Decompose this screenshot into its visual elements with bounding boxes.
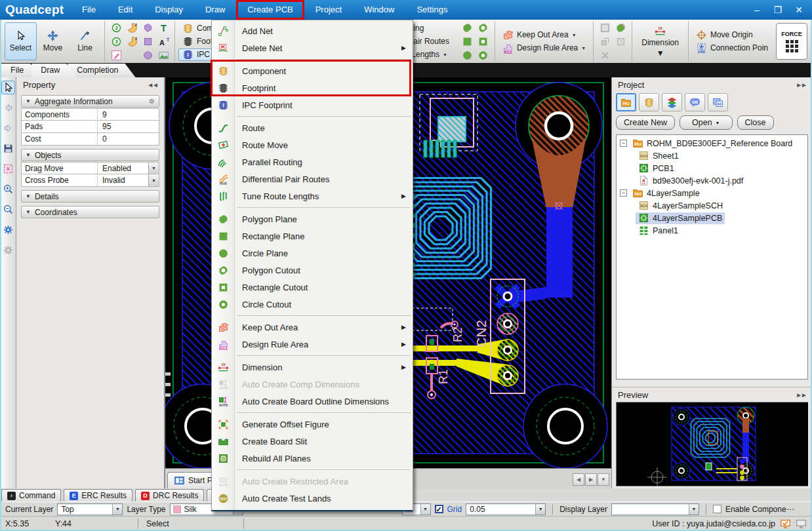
property-value[interactable]: Enabled	[98, 163, 148, 174]
tree-item-4layersamplepcb[interactable]: 4LayerSamplePCB	[617, 212, 807, 224]
text-tool-icon[interactable]: T	[158, 22, 169, 33]
menu-item-route[interactable]: Route	[212, 119, 413, 136]
open-button[interactable]: Open▼	[680, 115, 733, 130]
settings-gear-icon[interactable]	[1, 223, 15, 237]
project-view-button[interactable]: PRJ	[616, 93, 636, 111]
dimension-button[interactable]: 10 Dimension ▼	[636, 26, 685, 58]
enable-component-checkbox[interactable]	[713, 505, 721, 513]
section-gear-icon[interactable]: ⚙	[149, 98, 155, 105]
menu-edit[interactable]: Edit	[107, 0, 144, 20]
arc2-icon[interactable]: 2	[127, 22, 138, 33]
tree-item-sheet1[interactable]: SCHSheet1	[617, 149, 807, 162]
create-new-button[interactable]: Create New	[616, 115, 675, 130]
display-layer-dropdown[interactable]: ▼	[611, 503, 699, 515]
vertex2-icon[interactable]: 2	[111, 22, 122, 33]
menu-item-circle-plane[interactable]: Circle Plane	[212, 245, 413, 262]
tree-item-4layersample[interactable]: −PRJ4LayerSample	[617, 187, 807, 199]
tree-collapse-icon[interactable]: −	[620, 189, 627, 197]
objects-header[interactable]: ▼ Objects	[21, 149, 159, 161]
grid-checkbox[interactable]: ✓	[435, 505, 443, 513]
close-project-button[interactable]: Close	[737, 115, 774, 130]
tree-collapse-icon[interactable]: −	[620, 140, 627, 147]
grid-size-dropdown[interactable]: 0.05 ▼	[466, 503, 546, 515]
menu-item-dimension[interactable]: 10Dimension▶	[212, 359, 413, 376]
minimize-button[interactable]: –	[746, 1, 767, 19]
freehand-icon[interactable]	[111, 50, 122, 61]
caret-down-icon[interactable]: ▼	[148, 163, 159, 174]
menu-item-component[interactable]: Component	[212, 62, 413, 79]
menu-item-circle-cutout[interactable]: Circle Cutout	[212, 296, 413, 313]
menu-display[interactable]: Display	[144, 0, 194, 20]
polygon-plane-icon[interactable]	[462, 22, 473, 33]
tab-list-button[interactable]: ▼	[598, 473, 609, 486]
menu-item-create-board-slit[interactable]: Create Board Slit	[212, 433, 413, 450]
menu-item-ipc-footprint[interactable]: IIPC Footprint	[212, 96, 413, 113]
arc3-icon[interactable]: 3	[127, 36, 138, 47]
expand-panel-icon[interactable]: ►►	[796, 81, 806, 88]
tab-prev-button[interactable]: ◀	[573, 473, 584, 486]
menu-item-differential-pair-routes[interactable]: PAIRDifferential Pair Routes	[212, 170, 413, 187]
library-view-button[interactable]: AA	[708, 93, 728, 111]
tree-item-rohm-bd9e300efj-reference-board[interactable]: −PRJROHM_BD9E300EFJ_Reference Board	[617, 137, 807, 149]
menu-draw[interactable]: Draw	[194, 0, 236, 20]
rectangle-plane-icon[interactable]	[462, 36, 473, 47]
tree-item-bd9e300efj-evk-001-j-pdf[interactable]: Abd9e300efj-evk-001-j.pdf	[617, 174, 807, 187]
current-layer-dropdown[interactable]: Top ▼	[57, 503, 123, 515]
result-tab-erc-results[interactable]: EERC Results	[64, 489, 132, 502]
label-tool-icon[interactable]: AT	[158, 36, 169, 47]
menu-item-footprint[interactable]: Footprint	[212, 79, 413, 96]
select-mode-icon[interactable]	[1, 81, 15, 94]
menu-window[interactable]: Window	[353, 0, 405, 20]
tree-item-4layersamplesch[interactable]: SCH4LayerSampleSCH	[617, 199, 807, 212]
menu-item-rectangle-plane[interactable]: Rectangle Plane	[212, 227, 413, 245]
result-tab-command[interactable]: ›Command	[1, 489, 61, 502]
details-header[interactable]: ▼ Details	[21, 190, 159, 203]
maximize-button[interactable]: ❐	[767, 1, 788, 19]
connection-point-button[interactable]: GND Connection Poin	[692, 42, 772, 54]
menu-item-route-move[interactable]: Route Move	[212, 136, 413, 153]
zoom-in-icon[interactable]	[1, 182, 15, 196]
zoom-out-icon[interactable]	[1, 203, 15, 216]
polygon-cutout-icon[interactable]	[477, 22, 489, 33]
circle-plane-icon[interactable]	[462, 50, 473, 61]
object-view-button[interactable]: OB	[685, 93, 705, 111]
expand-panel-icon[interactable]: ►►	[796, 391, 806, 399]
menu-create-pcb[interactable]: Create PCB	[236, 0, 304, 20]
tab-next-button[interactable]: ▶	[585, 473, 597, 486]
move-origin-button[interactable]: Move Origin	[692, 29, 772, 41]
tree-item-panel1[interactable]: Panel1	[617, 224, 807, 237]
result-tab-drc-results[interactable]: DDRC Results	[135, 489, 204, 502]
options-gear-icon[interactable]	[1, 243, 15, 257]
keep-out-area-button[interactable]: x Keep Out Area▼	[498, 29, 590, 41]
undo-arrow-icon[interactable]	[1, 101, 15, 115]
circle-cutout-icon[interactable]	[477, 50, 489, 61]
circle-draw-icon[interactable]	[142, 50, 153, 61]
menu-item-parallel-routing[interactable]: Parallel Routing	[212, 153, 413, 170]
polygon-draw-icon[interactable]	[142, 22, 153, 33]
vertex3-icon[interactable]: 3	[111, 36, 122, 47]
menu-item-auto-create-test-lands[interactable]: TESTAuto Create Test Lands	[212, 490, 413, 507]
line-tool-button[interactable]: Line	[69, 22, 101, 60]
menu-file[interactable]: File	[71, 0, 107, 20]
component-view-button[interactable]	[639, 93, 659, 111]
preview-canvas[interactable]	[616, 402, 808, 486]
caret-down-icon[interactable]: ▼	[148, 174, 159, 186]
design-rule-area-button[interactable]: RULE Design Rule Area▼	[498, 42, 590, 54]
force-button[interactable]: FORCE	[776, 23, 807, 60]
redo-arrow-icon[interactable]	[1, 121, 15, 135]
layers-view-button[interactable]	[662, 93, 682, 111]
menu-project[interactable]: Project	[304, 0, 353, 20]
zoom-fit-icon[interactable]	[1, 162, 15, 176]
menu-item-keep-out-area[interactable]: xKeep Out Area▶	[212, 319, 413, 336]
aggregate-info-header[interactable]: ▼ Aggregate Information ⚙	[21, 95, 159, 108]
menu-item-auto-create-board-outline-dimensions[interactable]: AUTOAuto Create Board Outline Dimensions	[212, 393, 413, 410]
menu-item-polygon-cutout[interactable]: Polygon Cutout	[212, 262, 413, 279]
menu-item-add-net[interactable]: Add Net	[212, 22, 413, 39]
save-icon[interactable]	[1, 142, 15, 155]
image-tool-icon[interactable]	[158, 50, 169, 61]
tree-item-pcb1[interactable]: PCB1	[617, 162, 807, 174]
menu-item-delete-net[interactable]: Delete Net▶	[212, 39, 413, 56]
property-value[interactable]: Invalid	[98, 174, 148, 186]
rectangle-cutout-icon[interactable]	[477, 36, 489, 47]
hatch-plane-icon[interactable]	[615, 22, 626, 33]
